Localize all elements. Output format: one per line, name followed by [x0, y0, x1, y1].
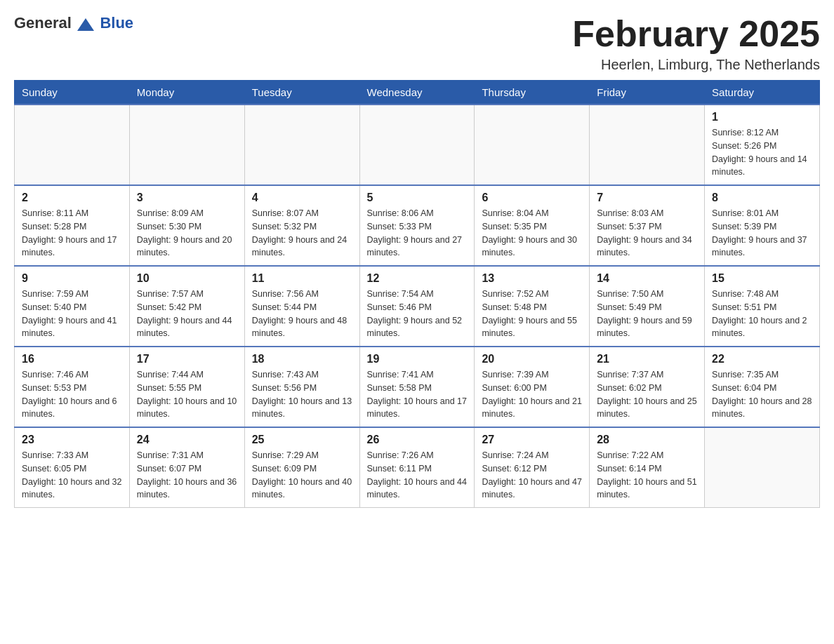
- calendar-header-row: Sunday Monday Tuesday Wednesday Thursday…: [15, 81, 820, 105]
- table-row: 8Sunrise: 8:01 AMSunset: 5:39 PMDaylight…: [705, 185, 820, 266]
- day-number: 10: [137, 272, 237, 285]
- day-number: 6: [482, 192, 582, 204]
- table-row: [359, 105, 475, 185]
- table-row: 4Sunrise: 8:07 AMSunset: 5:32 PMDaylight…: [244, 185, 359, 266]
- day-info: Sunrise: 8:01 AMSunset: 5:39 PMDaylight:…: [712, 207, 812, 260]
- day-info: Sunrise: 7:57 AMSunset: 5:42 PMDaylight:…: [137, 288, 237, 340]
- day-number: 12: [367, 272, 468, 285]
- day-info: Sunrise: 7:59 AMSunset: 5:40 PMDaylight:…: [22, 288, 122, 340]
- calendar-week-row: 2Sunrise: 8:11 AMSunset: 5:28 PMDaylight…: [15, 185, 820, 266]
- day-number: 7: [597, 192, 697, 204]
- table-row: 5Sunrise: 8:06 AMSunset: 5:33 PMDaylight…: [359, 185, 475, 266]
- calendar-week-row: 1Sunrise: 8:12 AMSunset: 5:26 PMDaylight…: [15, 105, 820, 185]
- logo-blue: Blue: [100, 14, 133, 32]
- table-row: 15Sunrise: 7:48 AMSunset: 5:51 PMDayligh…: [705, 266, 820, 347]
- table-row: 17Sunrise: 7:44 AMSunset: 5:55 PMDayligh…: [129, 347, 244, 427]
- table-row: 20Sunrise: 7:39 AMSunset: 6:00 PMDayligh…: [475, 347, 590, 427]
- logo-general: General: [14, 14, 97, 35]
- table-row: 22Sunrise: 7:35 AMSunset: 6:04 PMDayligh…: [705, 347, 820, 427]
- table-row: 9Sunrise: 7:59 AMSunset: 5:40 PMDaylight…: [15, 266, 130, 347]
- location-title: Heerlen, Limburg, The Netherlands: [572, 57, 820, 73]
- header-tuesday: Tuesday: [244, 81, 359, 105]
- header-thursday: Thursday: [475, 81, 590, 105]
- table-row: 12Sunrise: 7:54 AMSunset: 5:46 PMDayligh…: [359, 266, 475, 347]
- table-row: [244, 105, 359, 185]
- day-info: Sunrise: 7:39 AMSunset: 6:00 PMDaylight:…: [482, 368, 582, 421]
- day-number: 18: [252, 353, 352, 365]
- day-info: Sunrise: 7:56 AMSunset: 5:44 PMDaylight:…: [252, 288, 352, 340]
- day-info: Sunrise: 8:11 AMSunset: 5:28 PMDaylight:…: [22, 207, 122, 260]
- header-friday: Friday: [590, 81, 705, 105]
- day-number: 20: [482, 353, 582, 365]
- day-info: Sunrise: 7:46 AMSunset: 5:53 PMDaylight:…: [22, 368, 122, 421]
- day-number: 16: [22, 353, 122, 365]
- header-monday: Monday: [129, 81, 244, 105]
- table-row: 18Sunrise: 7:43 AMSunset: 5:56 PMDayligh…: [244, 347, 359, 427]
- day-number: 26: [367, 434, 468, 446]
- table-row: [475, 105, 590, 185]
- header-sunday: Sunday: [15, 81, 130, 105]
- day-number: 22: [712, 353, 812, 365]
- day-number: 28: [597, 434, 697, 446]
- day-info: Sunrise: 7:44 AMSunset: 5:55 PMDaylight:…: [137, 368, 237, 421]
- table-row: 3Sunrise: 8:09 AMSunset: 5:30 PMDaylight…: [129, 185, 244, 266]
- day-number: 3: [137, 192, 237, 204]
- month-title: February 2025: [572, 14, 820, 54]
- day-info: Sunrise: 7:48 AMSunset: 5:51 PMDaylight:…: [712, 288, 812, 340]
- table-row: 23Sunrise: 7:33 AMSunset: 6:05 PMDayligh…: [15, 427, 130, 508]
- day-number: 15: [712, 272, 812, 285]
- table-row: 28Sunrise: 7:22 AMSunset: 6:14 PMDayligh…: [590, 427, 705, 508]
- day-number: 5: [367, 192, 468, 204]
- day-info: Sunrise: 7:37 AMSunset: 6:02 PMDaylight:…: [597, 368, 697, 421]
- calendar-body: 1Sunrise: 8:12 AMSunset: 5:26 PMDaylight…: [15, 105, 820, 508]
- day-number: 25: [252, 434, 352, 446]
- table-row: 2Sunrise: 8:11 AMSunset: 5:28 PMDaylight…: [15, 185, 130, 266]
- day-info: Sunrise: 8:03 AMSunset: 5:37 PMDaylight:…: [597, 207, 697, 260]
- table-row: 24Sunrise: 7:31 AMSunset: 6:07 PMDayligh…: [129, 427, 244, 508]
- table-row: [15, 105, 130, 185]
- header-wednesday: Wednesday: [359, 81, 475, 105]
- table-row: 10Sunrise: 7:57 AMSunset: 5:42 PMDayligh…: [129, 266, 244, 347]
- day-number: 8: [712, 192, 812, 204]
- table-row: 7Sunrise: 8:03 AMSunset: 5:37 PMDaylight…: [590, 185, 705, 266]
- day-info: Sunrise: 7:35 AMSunset: 6:04 PMDaylight:…: [712, 368, 812, 421]
- day-number: 9: [22, 272, 122, 285]
- day-info: Sunrise: 7:41 AMSunset: 5:58 PMDaylight:…: [367, 368, 468, 421]
- table-row: [705, 427, 820, 508]
- day-info: Sunrise: 7:43 AMSunset: 5:56 PMDaylight:…: [252, 368, 352, 421]
- title-block: February 2025 Heerlen, Limburg, The Neth…: [572, 14, 820, 73]
- calendar-week-row: 23Sunrise: 7:33 AMSunset: 6:05 PMDayligh…: [15, 427, 820, 508]
- day-info: Sunrise: 7:24 AMSunset: 6:12 PMDaylight:…: [482, 449, 582, 502]
- day-number: 23: [22, 434, 122, 446]
- day-info: Sunrise: 7:54 AMSunset: 5:46 PMDaylight:…: [367, 288, 468, 340]
- logo: General Blue: [14, 14, 133, 35]
- table-row: 6Sunrise: 8:04 AMSunset: 5:35 PMDaylight…: [475, 185, 590, 266]
- day-number: 14: [597, 272, 697, 285]
- day-number: 11: [252, 272, 352, 285]
- day-number: 21: [597, 353, 697, 365]
- table-row: 16Sunrise: 7:46 AMSunset: 5:53 PMDayligh…: [15, 347, 130, 427]
- day-number: 1: [712, 111, 812, 123]
- day-number: 24: [137, 434, 237, 446]
- svg-marker-0: [77, 18, 94, 31]
- table-row: 19Sunrise: 7:41 AMSunset: 5:58 PMDayligh…: [359, 347, 475, 427]
- table-row: 21Sunrise: 7:37 AMSunset: 6:02 PMDayligh…: [590, 347, 705, 427]
- table-row: 13Sunrise: 7:52 AMSunset: 5:48 PMDayligh…: [475, 266, 590, 347]
- table-row: 1Sunrise: 8:12 AMSunset: 5:26 PMDaylight…: [705, 105, 820, 185]
- day-info: Sunrise: 8:12 AMSunset: 5:26 PMDaylight:…: [712, 126, 812, 179]
- day-info: Sunrise: 7:26 AMSunset: 6:11 PMDaylight:…: [367, 449, 468, 502]
- calendar-week-row: 16Sunrise: 7:46 AMSunset: 5:53 PMDayligh…: [15, 347, 820, 427]
- day-info: Sunrise: 7:33 AMSunset: 6:05 PMDaylight:…: [22, 449, 122, 502]
- table-row: [590, 105, 705, 185]
- calendar-week-row: 9Sunrise: 7:59 AMSunset: 5:40 PMDaylight…: [15, 266, 820, 347]
- logo-triangle-icon: [76, 15, 95, 35]
- day-info: Sunrise: 7:50 AMSunset: 5:49 PMDaylight:…: [597, 288, 697, 340]
- day-number: 2: [22, 192, 122, 204]
- day-number: 17: [137, 353, 237, 365]
- day-info: Sunrise: 8:07 AMSunset: 5:32 PMDaylight:…: [252, 207, 352, 260]
- table-row: 27Sunrise: 7:24 AMSunset: 6:12 PMDayligh…: [475, 427, 590, 508]
- day-number: 13: [482, 272, 582, 285]
- table-row: 14Sunrise: 7:50 AMSunset: 5:49 PMDayligh…: [590, 266, 705, 347]
- day-info: Sunrise: 7:29 AMSunset: 6:09 PMDaylight:…: [252, 449, 352, 502]
- day-number: 27: [482, 434, 582, 446]
